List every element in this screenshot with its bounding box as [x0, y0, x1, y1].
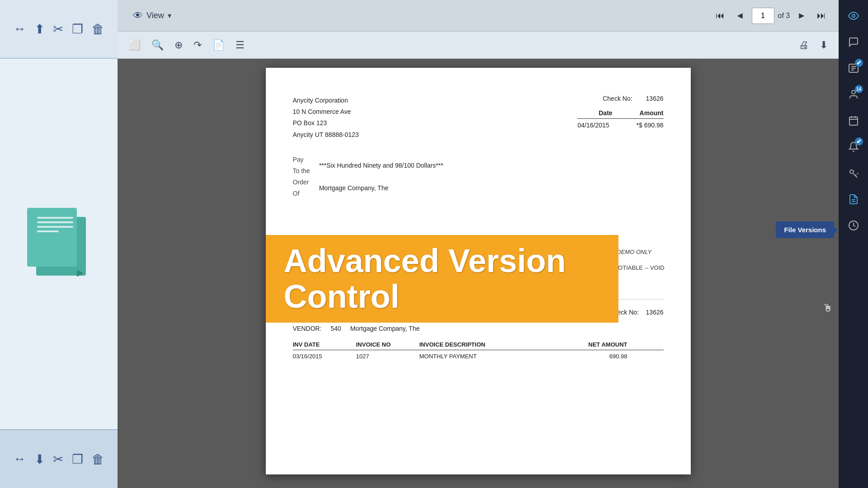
crosshair-icon[interactable]: ⊕	[173, 38, 184, 53]
svg-point-0	[852, 14, 855, 17]
share-icon-bottom[interactable]: ↔	[13, 452, 26, 466]
vendor-row: VENDOR: 540 Mortgage Company, The	[293, 325, 664, 332]
company-address-2: PO Box 123	[293, 117, 359, 129]
net-amount-header: NET AMOUNT	[573, 341, 627, 348]
check-no-value: 13626	[646, 95, 664, 102]
view-button[interactable]: 👁 View ▾	[127, 7, 178, 24]
share-icon-top[interactable]: ↔	[13, 22, 26, 36]
document-icon[interactable]: 📄	[211, 38, 226, 53]
pay-amount-text: ***Six Hundred Ninety and 98/100 Dollars…	[319, 154, 443, 177]
copy-icon-bottom[interactable]: ❐	[72, 452, 83, 467]
cut-icon-bottom[interactable]: ✂	[53, 452, 63, 467]
vendor-id: 540	[330, 325, 341, 332]
vendor-name: Mortgage Company, The	[350, 325, 420, 332]
pay-amount: ***Six Hundred Ninety and 98/100 Dollars…	[319, 154, 443, 200]
payee: Mortgage Company, The	[319, 177, 443, 199]
vendor-label: VENDOR:	[293, 325, 322, 332]
cut-icon-top[interactable]: ✂	[53, 22, 63, 37]
check-table-values: 04/16/2015 *$ 690.98	[577, 122, 663, 129]
sidebar-list-icon[interactable]: ✔	[842, 57, 865, 80]
toolbar-bottom: ↔ ⬇ ✂ ❐ 🗑	[0, 429, 118, 488]
to-the-label: To the	[293, 165, 310, 177]
next-page-button[interactable]: ►	[793, 9, 810, 23]
document-stack-icon: ▶	[23, 208, 95, 280]
download-icon[interactable]: ⬇	[818, 38, 830, 53]
sidebar-eye-icon[interactable]	[842, 5, 865, 27]
invoice-table: INV DATE INVOICE NO INVOICE DESCRIPTION …	[293, 341, 664, 360]
svg-point-10	[850, 170, 854, 174]
delete-icon-top[interactable]: 🗑	[92, 22, 104, 37]
sidebar-user-icon[interactable]: 14	[842, 83, 865, 106]
invoice-row: 03/16/2015 1027 MONTHLY PAYMENT 690.98	[293, 353, 664, 360]
total-pages: of 3	[778, 12, 790, 20]
net-amount-val: 690.98	[573, 353, 627, 360]
invoice-no-val: 1027	[356, 353, 401, 360]
left-panel: ↔ ⬆ ✂ ❐ 🗑 ▶ ↔ ⬇ ✂ ❐ 🗑	[0, 0, 118, 488]
check-no-label: Check No:	[603, 95, 632, 102]
order-label: Order	[293, 177, 310, 188]
second-toolbar: ⬜ 🔍 ⊕ ↷ 📄 ☰ 🖨 ⬇	[118, 32, 839, 59]
eye-view-icon: 👁	[133, 10, 143, 22]
invoice-header: INV DATE INVOICE NO INVOICE DESCRIPTION …	[293, 341, 664, 350]
print-icon[interactable]: 🖨	[797, 38, 811, 53]
check-table-header: Date Amount	[577, 109, 663, 119]
check2-no-value: 13626	[646, 309, 664, 316]
view-label: View	[146, 11, 164, 20]
inv-date-val: 03/16/2015	[293, 353, 338, 360]
redo-icon[interactable]: ↷	[192, 38, 203, 53]
check-header: Anycity Corporation 10 N Commerce Ave PO…	[293, 95, 664, 141]
first-page-button[interactable]: ⏮	[712, 9, 728, 23]
invoice-desc-val: MONTHLY PAYMENT	[420, 353, 555, 360]
doc-front	[27, 208, 77, 267]
amount-header: Amount	[640, 109, 664, 117]
date-header: Date	[599, 109, 612, 117]
of-label: Of	[293, 188, 310, 199]
file-versions-tooltip: File Versions	[776, 221, 834, 238]
company-address: Anycity Corporation 10 N Commerce Ave PO…	[293, 95, 359, 141]
check-no-area: Check No: 13626 Date Amount 04/16/2015 *…	[577, 95, 663, 141]
svg-rect-6	[849, 117, 858, 125]
last-page-button[interactable]: ⏭	[813, 9, 830, 23]
page-number-input[interactable]: 1	[752, 8, 774, 24]
sidebar-file-versions-icon[interactable]	[842, 188, 865, 211]
sidebar-key-icon[interactable]	[842, 162, 865, 184]
sidebar-clock-icon[interactable]	[842, 214, 865, 237]
upload-icon-top[interactable]: ⬆	[34, 22, 45, 37]
amount-value: *$ 690.98	[637, 122, 664, 129]
doc-arrow-icon: ▶	[77, 267, 84, 278]
document-page: Anycity Corporation 10 N Commerce Ave PO…	[266, 68, 691, 474]
right-sidebar: ✔ 14 ✔	[839, 0, 868, 488]
copy-icon-top[interactable]: ❐	[72, 22, 83, 37]
pay-labels: Pay To the Order Of	[293, 154, 310, 200]
search-icon[interactable]: 🔍	[150, 38, 165, 53]
bell-badge: ✔	[855, 137, 863, 145]
watermark-overlay: Advanced Version Control	[266, 235, 618, 323]
prev-page-button[interactable]: ◄	[732, 9, 748, 23]
grid-icon[interactable]: ⬜	[127, 38, 142, 53]
user-badge: 14	[855, 85, 863, 93]
pay-row: Pay To the Order Of ***Six Hundred Ninet…	[293, 154, 664, 200]
menu-icon[interactable]: ☰	[234, 38, 246, 53]
date-value: 04/16/2015	[577, 122, 609, 129]
download-icon-bottom[interactable]: ⬇	[34, 452, 45, 467]
watermark-line1: Advanced Version	[284, 243, 600, 279]
company-name: Anycity Corporation	[293, 95, 359, 106]
invoice-desc-header: INVOICE DESCRIPTION	[420, 341, 555, 348]
invoice-no-header: INVOICE NO	[356, 341, 401, 348]
sidebar-calendar-icon[interactable]	[842, 109, 865, 132]
logo-area: ▶	[0, 59, 118, 429]
sidebar-comment-icon[interactable]	[842, 31, 865, 53]
pay-section: Pay To the Order Of ***Six Hundred Ninet…	[293, 154, 664, 200]
inv-date-header: INV DATE	[293, 341, 338, 348]
main-content: 👁 View ▾ ⏮ ◄ 1 of 3 ► ⏭ ⬜ 🔍 ⊕ ↷ 📄 ☰ 🖨 ⬇ …	[118, 0, 839, 488]
delete-icon-bottom[interactable]: 🗑	[92, 452, 104, 467]
company-address-3: Anycity UT 88888-0123	[293, 129, 359, 141]
watermark-line2: Control	[284, 279, 600, 314]
view-dropdown-icon: ▾	[168, 11, 171, 20]
check-no-row: Check No: 13626	[577, 95, 663, 102]
list-check-badge: ✔	[855, 59, 863, 67]
pay-label: Pay	[293, 154, 310, 165]
svg-point-5	[852, 90, 855, 94]
company-address-1: 10 N Commerce Ave	[293, 106, 359, 117]
sidebar-bell-icon[interactable]: ✔	[842, 136, 865, 158]
